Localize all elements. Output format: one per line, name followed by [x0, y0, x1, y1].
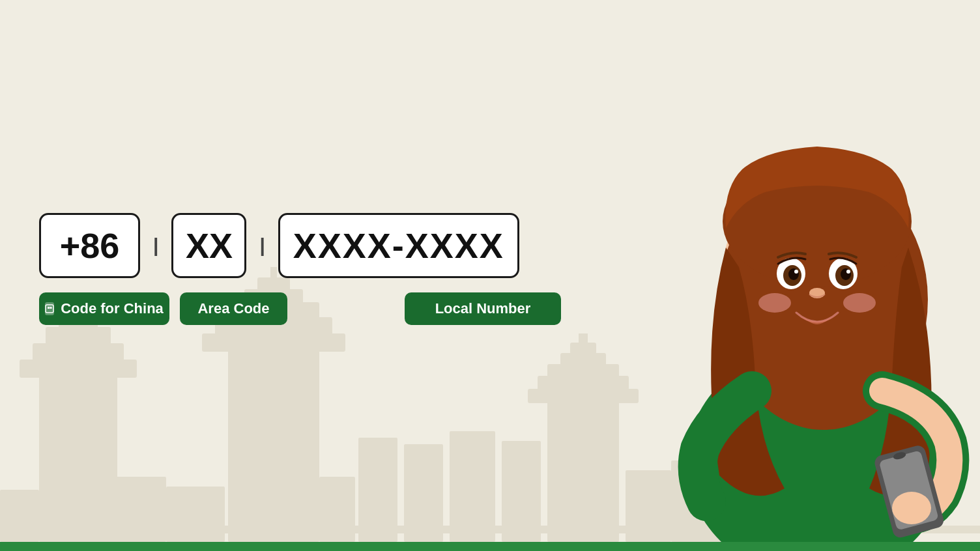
area-code-label: Area Code: [180, 292, 287, 325]
character-svg: [615, 20, 980, 551]
area-code-box: XX: [171, 213, 246, 278]
china-code-label: Code for China: [39, 292, 169, 325]
country-code-box: +86: [39, 213, 140, 278]
local-number-label-text: Local Number: [435, 300, 531, 317]
svg-point-88: [758, 293, 791, 313]
area-code-label-text: Area Code: [197, 300, 269, 317]
svg-point-93: [892, 492, 931, 524]
main-content: +86 | XX | XXXX-XXXX Code for China Area…: [0, 0, 632, 551]
local-number-text: XXXX-XXXX: [293, 225, 504, 266]
area-code-text: XX: [186, 225, 233, 266]
svg-point-89: [843, 293, 876, 313]
label-icon-china: [45, 302, 54, 315]
svg-point-85: [794, 270, 798, 274]
svg-point-86: [846, 270, 850, 274]
separator-1: |: [153, 234, 158, 257]
country-code-text: +86: [60, 225, 120, 266]
local-number-box: XXXX-XXXX: [278, 213, 519, 278]
svg-rect-72: [50, 307, 52, 309]
labels-row: Code for China Area Code Local Number: [39, 292, 593, 325]
phone-format-row: +86 | XX | XXXX-XXXX: [39, 213, 593, 278]
separator-2: |: [259, 234, 265, 257]
local-number-label: Local Number: [405, 292, 561, 325]
bottom-bar: [0, 542, 980, 551]
svg-rect-71: [48, 307, 50, 309]
china-code-text: Code for China: [61, 300, 164, 317]
character-illustration: [589, 0, 980, 551]
